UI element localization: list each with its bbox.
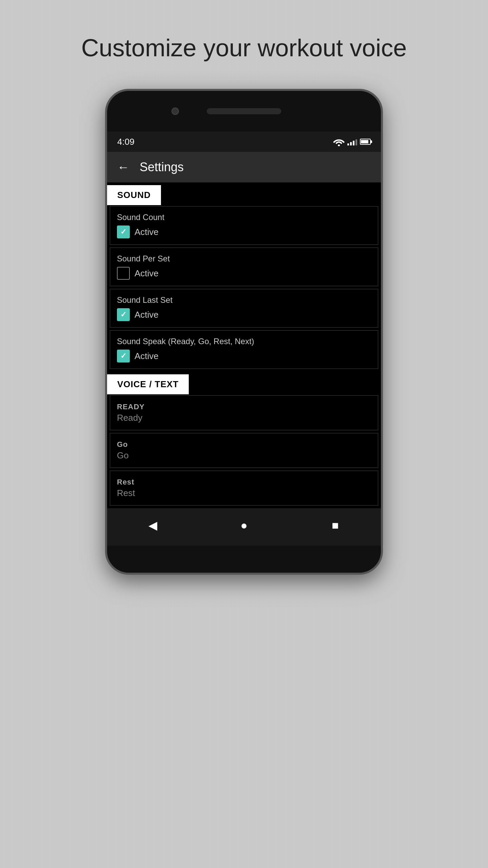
sound-last-set-title: Sound Last Set bbox=[117, 295, 371, 305]
app-bar-title: Settings bbox=[140, 160, 184, 174]
go-label: Go bbox=[117, 440, 371, 449]
speaker bbox=[207, 108, 281, 114]
phone-bottom-bezel bbox=[107, 546, 381, 573]
sound-count-checkbox[interactable]: ✓ bbox=[117, 225, 130, 238]
status-time: 4:09 bbox=[117, 137, 135, 147]
go-item[interactable]: Go Go bbox=[110, 433, 378, 468]
battery-icon bbox=[360, 139, 371, 145]
sound-last-set-checkbox[interactable]: ✓ bbox=[117, 308, 130, 321]
voice-tab-label: VOICE / TEXT bbox=[117, 379, 179, 389]
rest-label: Rest bbox=[117, 478, 371, 487]
voice-tab: VOICE / TEXT bbox=[107, 374, 189, 395]
sound-count-item[interactable]: Sound Count ✓ Active bbox=[110, 206, 378, 245]
sound-speak-title: Sound Speak (Ready, Go, Rest, Next) bbox=[117, 337, 371, 346]
wifi-icon bbox=[333, 137, 345, 146]
sound-count-label: Active bbox=[135, 227, 159, 237]
sound-last-set-item[interactable]: Sound Last Set ✓ Active bbox=[110, 289, 378, 328]
camera bbox=[171, 107, 179, 115]
signal-icon bbox=[347, 138, 357, 145]
bottom-nav: ◀ ● ■ bbox=[107, 508, 381, 546]
sound-count-row: ✓ Active bbox=[117, 225, 371, 238]
checkmark-icon-2: ✓ bbox=[120, 310, 126, 319]
sound-per-set-item[interactable]: Sound Per Set Active bbox=[110, 248, 378, 286]
sound-speak-label: Active bbox=[135, 351, 159, 361]
voice-section-header: VOICE / TEXT bbox=[107, 372, 381, 395]
nav-home-button[interactable]: ● bbox=[234, 515, 254, 535]
sound-speak-checkbox[interactable]: ✓ bbox=[117, 350, 130, 362]
sound-per-set-checkbox[interactable] bbox=[117, 267, 130, 280]
phone-content: SOUND Sound Count ✓ Active Sound Per Set… bbox=[107, 182, 381, 508]
sound-count-title: Sound Count bbox=[117, 213, 371, 222]
sound-speak-row: ✓ Active bbox=[117, 350, 371, 362]
page-title: Customize your workout voice bbox=[81, 34, 407, 62]
checkmark-icon-3: ✓ bbox=[120, 352, 126, 360]
sound-section-header: SOUND bbox=[107, 182, 381, 206]
go-value: Go bbox=[117, 450, 371, 461]
svg-point-0 bbox=[338, 144, 340, 146]
sound-per-set-row: Active bbox=[117, 267, 371, 280]
status-bar: 4:09 bbox=[107, 132, 381, 152]
rest-value: Rest bbox=[117, 488, 371, 498]
back-button[interactable]: ← bbox=[117, 161, 129, 173]
sound-per-set-label: Active bbox=[135, 268, 159, 279]
rest-item[interactable]: Rest Rest bbox=[110, 471, 378, 506]
sound-tab-label: SOUND bbox=[117, 190, 151, 200]
phone-top-bezel bbox=[107, 91, 381, 132]
sound-tab: SOUND bbox=[107, 185, 161, 206]
checkmark-icon: ✓ bbox=[120, 228, 126, 236]
ready-label: READY bbox=[117, 402, 371, 411]
ready-value: Ready bbox=[117, 413, 371, 423]
sound-last-set-label: Active bbox=[135, 310, 159, 320]
nav-back-button[interactable]: ◀ bbox=[143, 515, 163, 535]
ready-item[interactable]: READY Ready bbox=[110, 395, 378, 430]
phone-frame: 4:09 ← Settings bbox=[105, 89, 383, 575]
app-bar: ← Settings bbox=[107, 152, 381, 182]
sound-per-set-title: Sound Per Set bbox=[117, 254, 371, 263]
sound-last-set-row: ✓ Active bbox=[117, 308, 371, 321]
sound-speak-item[interactable]: Sound Speak (Ready, Go, Rest, Next) ✓ Ac… bbox=[110, 330, 378, 369]
nav-recent-button[interactable]: ■ bbox=[325, 515, 345, 535]
status-icons bbox=[333, 137, 371, 146]
